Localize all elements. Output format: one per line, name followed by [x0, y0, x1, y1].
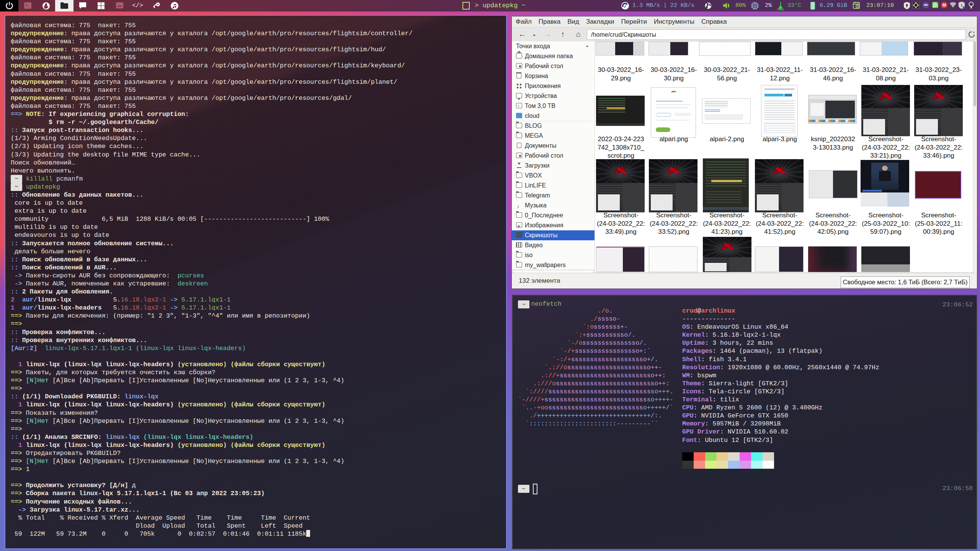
- svg-text:i: i: [961, 3, 962, 7]
